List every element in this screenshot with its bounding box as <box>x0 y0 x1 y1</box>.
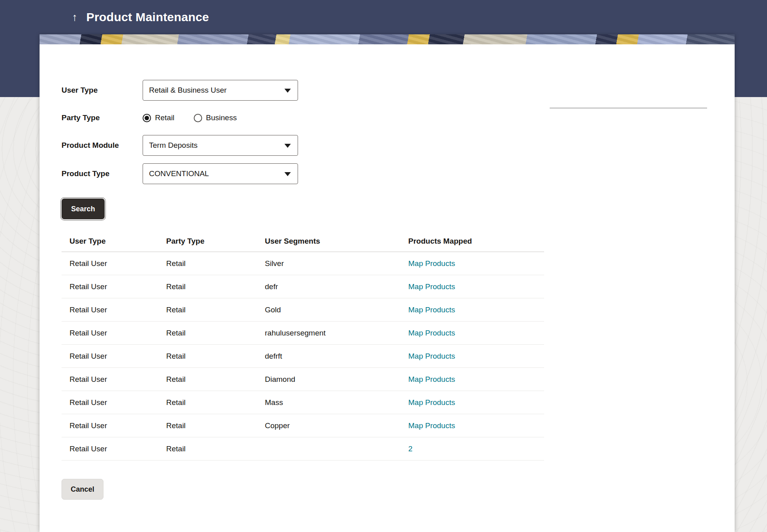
cell-user-type: Retail User <box>70 352 166 361</box>
cell-party-type: Retail <box>166 282 265 291</box>
user-type-row: User Type Retail & Business User <box>62 80 735 101</box>
map-products-link[interactable]: Map Products <box>408 329 544 337</box>
map-products-link[interactable]: Map Products <box>408 282 544 291</box>
column-header-party-type: Party Type <box>166 237 265 246</box>
cell-user-segment: rahulusersegment <box>265 329 408 337</box>
table-header-row: User Type Party Type User Segments Produ… <box>62 230 544 252</box>
user-type-select[interactable]: Retail & Business User <box>143 80 298 101</box>
cell-user-segment: Copper <box>265 421 408 430</box>
map-products-link[interactable]: Map Products <box>408 375 544 384</box>
cell-user-segment: Silver <box>265 259 408 268</box>
user-type-value: Retail & Business User <box>149 86 227 95</box>
product-module-label: Product Module <box>62 141 143 150</box>
card-body: User Type Retail & Business User Party T… <box>40 80 735 500</box>
table-row: Retail User Retail Mass Map Products <box>62 391 544 414</box>
cell-user-type: Retail User <box>70 306 166 314</box>
party-type-radio-group: Retail Business <box>143 107 256 128</box>
cell-user-type: Retail User <box>70 421 166 430</box>
results-table: User Type Party Type User Segments Produ… <box>62 230 544 461</box>
table-row: Retail User Retail Gold Map Products <box>62 298 544 322</box>
radio-retail-label: Retail <box>155 113 175 122</box>
map-products-link[interactable]: Map Products <box>408 421 544 430</box>
product-type-label: Product Type <box>62 169 143 178</box>
map-products-link[interactable]: Map Products <box>408 306 544 314</box>
cell-user-segment: Mass <box>265 398 408 407</box>
product-type-select[interactable]: CONVENTIONAL <box>143 163 298 184</box>
table-row: Retail User Retail 2 <box>62 437 544 461</box>
table-row: Retail User Retail Copper Map Products <box>62 414 544 437</box>
cell-party-type: Retail <box>166 375 265 384</box>
products-count-link[interactable]: 2 <box>408 445 544 453</box>
radio-business-label: Business <box>206 113 237 122</box>
column-header-user-segments: User Segments <box>265 237 408 246</box>
cell-party-type: Retail <box>166 421 265 430</box>
column-header-products-mapped: Products Mapped <box>408 237 544 246</box>
cell-user-type: Retail User <box>70 259 166 268</box>
cell-user-segment: defrft <box>265 352 408 361</box>
cell-user-type: Retail User <box>70 445 166 453</box>
map-products-link[interactable]: Map Products <box>408 398 544 407</box>
radio-unselected-icon[interactable] <box>194 114 202 122</box>
product-type-row: Product Type CONVENTIONAL <box>62 163 735 184</box>
radio-option-business[interactable]: Business <box>194 113 237 122</box>
column-header-user-type: User Type <box>70 237 166 246</box>
map-products-link[interactable]: Map Products <box>408 352 544 361</box>
cell-user-type: Retail User <box>70 282 166 291</box>
map-products-link[interactable]: Map Products <box>408 259 544 268</box>
table-row: Retail User Retail rahulusersegment Map … <box>62 322 544 345</box>
cell-user-segment: Gold <box>265 306 408 314</box>
cancel-button[interactable]: Cancel <box>62 479 103 500</box>
table-row: Retail User Retail Diamond Map Products <box>62 368 544 391</box>
cell-party-type: Retail <box>166 352 265 361</box>
product-module-select[interactable]: Term Deposits <box>143 135 298 156</box>
cell-party-type: Retail <box>166 445 265 453</box>
cell-party-type: Retail <box>166 329 265 337</box>
decorative-banner-strip <box>40 34 735 44</box>
product-module-row: Product Module Term Deposits <box>62 135 735 156</box>
radio-option-retail[interactable]: Retail <box>143 113 175 122</box>
content-card: User Type Retail & Business User Party T… <box>40 34 735 532</box>
cell-user-segment: defr <box>265 282 408 291</box>
party-type-row: Party Type Retail Business <box>62 107 735 128</box>
chevron-down-icon <box>284 144 291 148</box>
product-type-value: CONVENTIONAL <box>149 169 209 178</box>
cell-user-type: Retail User <box>70 375 166 384</box>
table-row: Retail User Retail defrft Map Products <box>62 345 544 368</box>
page-title: Product Maintenance <box>86 10 209 24</box>
user-type-label: User Type <box>62 86 143 95</box>
cell-party-type: Retail <box>166 259 265 268</box>
table-row: Retail User Retail defr Map Products <box>62 275 544 298</box>
cell-party-type: Retail <box>166 306 265 314</box>
titlebar: ↑ Product Maintenance <box>0 0 767 34</box>
up-arrow-icon[interactable]: ↑ <box>68 12 81 23</box>
cell-user-segment: Diamond <box>265 375 408 384</box>
product-module-value: Term Deposits <box>149 141 197 150</box>
side-panel-divider <box>550 108 707 108</box>
chevron-down-icon <box>284 172 291 176</box>
cell-party-type: Retail <box>166 398 265 407</box>
radio-selected-icon[interactable] <box>143 114 151 122</box>
cell-user-type: Retail User <box>70 398 166 407</box>
table-row: Retail User Retail Silver Map Products <box>62 252 544 275</box>
cell-user-type: Retail User <box>70 329 166 337</box>
party-type-label: Party Type <box>62 113 143 122</box>
chevron-down-icon <box>284 89 291 93</box>
search-button[interactable]: Search <box>62 199 105 219</box>
